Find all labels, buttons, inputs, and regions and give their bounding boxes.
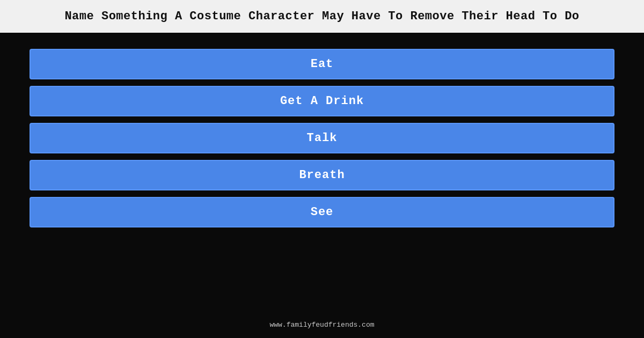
answer-row-2[interactable]: Get A Drink	[30, 86, 614, 116]
answer-row-3[interactable]: Talk	[30, 123, 614, 153]
footer: www.familyfeudfriends.com	[0, 313, 644, 338]
answer-row-5[interactable]: See	[30, 197, 614, 227]
answers-container: EatGet A DrinkTalkBreathSee	[0, 33, 644, 313]
answer-row-4[interactable]: Breath	[30, 160, 614, 190]
answer-row-1[interactable]: Eat	[30, 49, 614, 79]
page-title: Name Something A Costume Character May H…	[64, 10, 579, 23]
title-bar: Name Something A Costume Character May H…	[0, 0, 644, 33]
answer-label-1: Eat	[311, 57, 334, 71]
footer-url: www.familyfeudfriends.com	[269, 321, 374, 329]
answer-label-3: Talk	[307, 131, 338, 145]
answer-label-5: See	[311, 205, 334, 219]
answer-label-2: Get A Drink	[280, 94, 364, 108]
answer-label-4: Breath	[299, 168, 345, 182]
